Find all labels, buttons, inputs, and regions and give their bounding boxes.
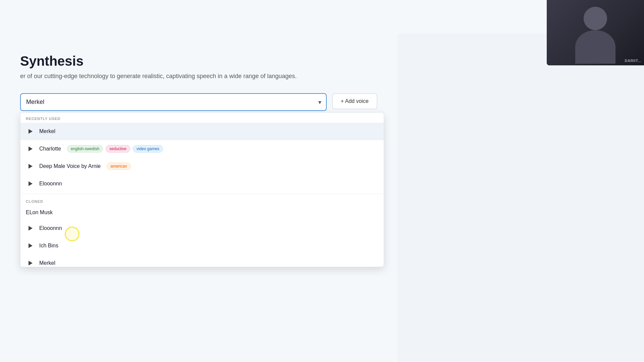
play-icon <box>29 146 33 151</box>
dropdown-menu: RECENTLY USED Merkel Charlotte <box>20 112 384 267</box>
play-button-deep-male[interactable] <box>26 162 35 171</box>
voice-name-merkel: Merkel <box>39 128 55 134</box>
tag-seductive: seductive <box>106 145 130 153</box>
list-item[interactable]: ELon Musk <box>20 205 384 220</box>
voice-name-charlotte: Charlotte <box>39 146 61 152</box>
voice-name-elooonnn-recent: Elooonnn <box>39 181 62 187</box>
play-icon <box>29 261 33 265</box>
play-button-charlotte[interactable] <box>26 144 35 154</box>
voice-name-merkel-cloned: Merkel <box>39 260 55 266</box>
dropdown-scroll[interactable]: RECENTLY USED Merkel Charlotte <box>20 113 384 267</box>
list-item[interactable]: Elooonnn <box>20 220 384 237</box>
play-button-ich-bins[interactable] <box>26 241 35 250</box>
list-item[interactable]: Charlotte english-swedish seductive vide… <box>20 140 384 158</box>
play-icon <box>29 129 33 134</box>
list-item[interactable]: Deep Male Voice by Arnie american <box>20 158 384 175</box>
divider <box>20 194 384 194</box>
cloned-header: CLONED <box>20 195 384 205</box>
webcam-video: DARIIT... <box>547 0 644 65</box>
play-button-elooonnn-cloned[interactable] <box>26 224 35 233</box>
play-button-merkel[interactable] <box>26 127 35 136</box>
tag-american: american <box>107 163 130 170</box>
add-voice-label: + Add voice <box>341 98 369 104</box>
voice-input-wrapper: ▾ RECENTLY USED Merkel <box>20 93 327 111</box>
webcam-watermark: DARIIT... <box>625 59 641 63</box>
play-icon <box>29 243 33 248</box>
main-content: Synthesis er of our cutting-edge technol… <box>0 0 397 362</box>
play-icon <box>29 226 33 231</box>
list-item[interactable]: Elooonnn <box>20 175 384 192</box>
voice-name-elooonnn-cloned: Elooonnn <box>39 225 62 231</box>
tag-video-games: video games <box>133 145 163 153</box>
voice-name-elon-musk: ELon Musk <box>26 209 53 216</box>
play-icon <box>29 181 33 186</box>
tag-english-swedish: english-swedish <box>67 145 103 153</box>
add-voice-button[interactable]: + Add voice <box>332 93 377 109</box>
voice-name-deep-male: Deep Male Voice by Arnie <box>39 163 101 169</box>
voice-name-ich-bins: Ich Bins <box>39 243 58 249</box>
page-title: Synthesis <box>20 54 377 69</box>
deep-male-tags: american <box>107 163 130 170</box>
play-button-elooonnn-recent[interactable] <box>26 179 35 188</box>
play-button-merkel-cloned[interactable] <box>26 258 35 267</box>
charlotte-tags: english-swedish seductive video games <box>67 145 163 153</box>
voice-selector-row: ▾ RECENTLY USED Merkel <box>20 93 377 111</box>
webcam-overlay: DARIIT... <box>547 0 644 65</box>
list-item[interactable]: Ich Bins <box>20 237 384 254</box>
list-item[interactable]: Merkel <box>20 254 384 267</box>
voice-search-input[interactable] <box>20 93 327 111</box>
page-subtitle: er of our cutting-edge technology to gen… <box>20 73 377 80</box>
list-item[interactable]: Merkel <box>20 123 384 140</box>
play-icon <box>29 164 33 169</box>
recently-used-header: RECENTLY USED <box>20 113 384 123</box>
